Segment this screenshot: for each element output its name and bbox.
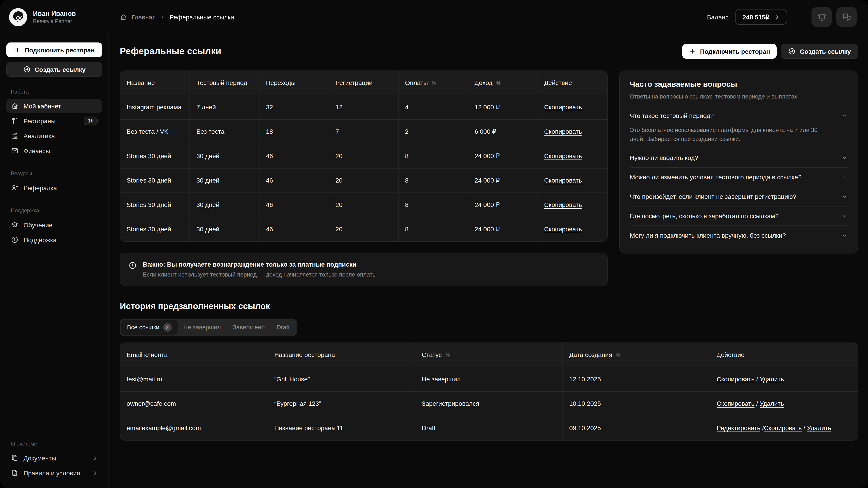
sidebar-item-label: Правила и условия (24, 469, 80, 477)
chevron-right-icon (160, 14, 165, 20)
sidebar-item-label: Обучение (24, 221, 53, 228)
notifications-button[interactable] (811, 7, 832, 27)
documents-icon (11, 454, 19, 462)
connect-restaurant-label: Подключить ресторан (700, 48, 770, 55)
sidebar-item-terms[interactable]: Правила и условия (6, 466, 102, 480)
breadcrumb-home[interactable]: Главная (131, 13, 156, 21)
copy-link[interactable]: Скопировать (544, 152, 582, 160)
page-actions: Подключить ресторан Создать ссылку (682, 44, 858, 59)
user-plus-icon (11, 184, 19, 192)
balance-label: Баланс (707, 13, 728, 21)
messages-button[interactable] (836, 7, 857, 27)
table-row: Stories 30 дней 30 дней 46 20 8 24 000 ₽… (120, 144, 607, 168)
edit-link[interactable]: Редактировать (717, 424, 761, 432)
sidebar-footer: О системе Документы Правила и условия (6, 429, 102, 481)
col-header-payments[interactable]: Оплаты (399, 71, 468, 95)
info-icon (11, 236, 19, 243)
copy-link[interactable]: Скопировать (764, 424, 802, 432)
sidebar-item-support[interactable]: Поддержка (6, 233, 102, 247)
sidebar-item-my-cabinet[interactable]: Мой кабинет (6, 99, 102, 113)
chevron-right-icon (774, 14, 780, 20)
history-table: Email клиента Название ресторана Статус … (120, 343, 858, 441)
faq-subtitle: Ответы на вопросы о ссылках, тестовом пе… (630, 93, 848, 100)
notice-subtitle: Если клиент использует тестовый период —… (143, 271, 377, 278)
alert-circle-icon (128, 261, 137, 270)
table-header-row: Email клиента Название ресторана Статус … (120, 343, 858, 367)
sidebar-section-about: О системе (11, 441, 98, 447)
copy-link[interactable]: Скопировать (544, 226, 582, 233)
home-icon (120, 13, 127, 21)
chevron-down-icon (841, 232, 848, 239)
sidebar-item-referral[interactable]: Рефералка (6, 181, 102, 195)
faq-question[interactable]: Что такое тестовый период? (630, 106, 848, 125)
copy-link[interactable]: Скопировать (544, 177, 582, 184)
tab-not-finished[interactable]: Не завершил (178, 321, 227, 334)
sidebar: Подключить ресторан Создать ссылку Работ… (0, 34, 109, 488)
arrow-circle-icon (23, 66, 31, 73)
important-notice: Важно: Вы получаете вознаграждение тольк… (120, 253, 608, 286)
finance-icon (11, 147, 19, 155)
sidebar-section-work: Работа (11, 89, 98, 95)
sidebar-item-finance[interactable]: Финансы (6, 144, 102, 158)
faq-question[interactable]: Что произойдет, если клиент не завершит … (630, 187, 848, 206)
copy-link[interactable]: Скопировать (717, 376, 754, 383)
chevron-right-icon (92, 455, 98, 461)
col-header-created[interactable]: Дата создания (563, 343, 710, 367)
sidebar-create-link-button[interactable]: Создать ссылку (6, 62, 102, 77)
user-meta: Иван Иванов Reservia Partner (33, 10, 76, 24)
chevron-right-icon (92, 470, 98, 476)
balance-block: Баланс 248 515₽ (694, 0, 800, 34)
sidebar-item-education[interactable]: Обучение (6, 218, 102, 232)
connect-restaurant-button[interactable]: Подключить ресторан (682, 44, 777, 59)
copy-link[interactable]: Скопировать (717, 400, 754, 407)
table-row: test@mail.ru “Grill House” Не завершил 1… (120, 367, 858, 391)
main-content: Реферальные ссылки Подключить ресторан С… (109, 34, 868, 488)
user-name: Иван Иванов (33, 10, 76, 17)
col-header-email: Email клиента (120, 343, 268, 367)
delete-link[interactable]: Удалить (760, 400, 784, 407)
avatar (9, 8, 27, 26)
restaurant-icon (11, 117, 19, 125)
topbar-right: Баланс 248 515₽ (694, 0, 857, 34)
table-header-row: Название Тестовый период Переходы Регист… (120, 71, 607, 95)
sidebar-item-restaurants[interactable]: Рестораны 16 (6, 114, 102, 128)
tab-draft[interactable]: Draft (271, 321, 296, 334)
table-row: owner@cafe.com “Бургерная 123” Зарегистр… (120, 391, 858, 416)
sidebar-connect-restaurant-button[interactable]: Подключить ресторан (6, 42, 102, 57)
notice-title: Важно: Вы получаете вознаграждение тольк… (143, 261, 377, 268)
faq-answer: Это бесплатное использование платформы д… (630, 125, 848, 149)
chat-icon (841, 11, 852, 22)
col-header-status[interactable]: Статус (415, 343, 563, 367)
sort-icon (496, 80, 502, 86)
delete-link[interactable]: Удалить (807, 424, 831, 432)
sidebar-item-label: Рефералка (24, 184, 57, 191)
col-header-income[interactable]: Доход (468, 71, 537, 95)
sidebar-create-link-label: Создать ссылку (35, 66, 86, 73)
sort-icon (615, 352, 621, 358)
chevron-down-icon (841, 155, 848, 161)
table-row: Stories 30 дней 30 дней 46 20 8 24 000 ₽… (120, 217, 607, 241)
faq-question[interactable]: Можно ли изменить условия тестового пери… (630, 168, 848, 187)
create-link-button[interactable]: Создать ссылку (781, 44, 858, 59)
chevron-down-icon (841, 213, 848, 219)
tab-completed[interactable]: Завершено (227, 321, 271, 334)
balance-button[interactable]: 248 515₽ (735, 9, 787, 25)
sort-icon (431, 80, 437, 86)
sort-icon (445, 352, 451, 358)
faq-question[interactable]: Где посмотреть, сколько я заработал по с… (630, 207, 848, 226)
education-icon (11, 221, 19, 229)
faq-question[interactable]: Могу ли я подключить клиента вручную, бе… (630, 226, 848, 245)
copy-link[interactable]: Скопировать (544, 128, 582, 135)
faq-question[interactable]: Нужно ли вводить код? (630, 149, 848, 167)
copy-link[interactable]: Скопировать (544, 103, 582, 111)
table-row: Stories 30 дней 30 дней 46 20 8 24 000 ₽… (120, 168, 607, 193)
faq-title: Часто задаваемые вопросы (630, 80, 848, 89)
copy-link[interactable]: Скопировать (544, 201, 582, 208)
app-window: Иван Иванов Reservia Partner Главная Реф… (0, 0, 868, 488)
chevron-up-icon (841, 112, 848, 119)
tab-all-links[interactable]: Все ссылки 2 (121, 320, 178, 335)
sidebar-item-documents[interactable]: Документы (6, 451, 102, 465)
delete-link[interactable]: Удалить (760, 376, 784, 383)
sidebar-item-analytics[interactable]: Аналитика (6, 129, 102, 143)
col-header-registrations: Регистрации (329, 71, 399, 95)
